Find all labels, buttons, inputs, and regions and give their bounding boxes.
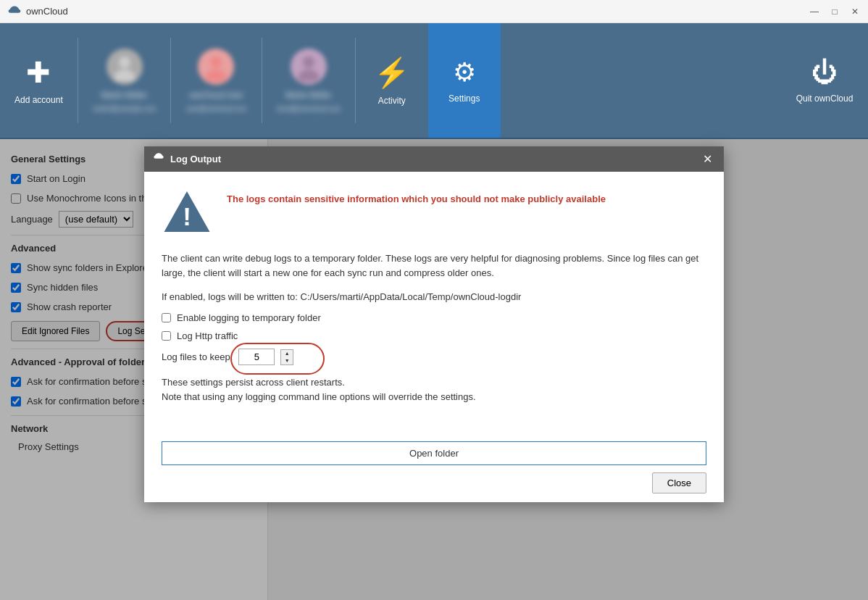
minimize-button[interactable]: — — [809, 6, 820, 17]
settings-label: Settings — [448, 93, 480, 104]
svg-point-5 — [299, 70, 319, 81]
path-prefix-label: If enabled, logs will be written to: — [162, 291, 301, 302]
svg-point-2 — [210, 57, 222, 68]
account-1-name: Martin Müller — [101, 91, 148, 99]
svg-point-1 — [114, 70, 135, 81]
description-text: The client can write debug logs to a tem… — [162, 251, 706, 280]
quit-label: Quit ownCloud — [796, 93, 854, 104]
modal-header: Log Output ✕ — [144, 146, 724, 172]
app-title: ownCloud — [26, 6, 68, 17]
maximize-button[interactable]: □ — [829, 6, 840, 17]
warning-text: The logs contain sensitive information w… — [227, 186, 606, 204]
log-output-modal: Log Output ✕ ! The logs contain sensitiv… — [144, 146, 724, 502]
app-logo: ownCloud — [7, 4, 68, 19]
open-folder-button[interactable]: Open folder — [162, 441, 706, 465]
modal-header-icon — [153, 152, 164, 166]
activity-label: Activity — [378, 96, 406, 106]
account-1-avatar — [107, 49, 143, 85]
log-http-label: Log Http traffic — [177, 330, 238, 341]
log-path-value: C:/Users/marti/AppData/Local/Temp/ownClo… — [301, 291, 522, 302]
account-3-email: cloud@owncloud.com — [277, 105, 341, 112]
account-2-button[interactable]: ownCloud User user@owncloud.com — [171, 23, 261, 138]
account-3-button[interactable]: Martin Müller cloud@owncloud.com — [262, 23, 355, 138]
modal-footer: Open folder Close — [144, 433, 724, 502]
svg-point-0 — [119, 57, 130, 68]
log-files-down-button[interactable]: ▼ — [281, 357, 293, 364]
modal-title: Log Output — [170, 154, 694, 164]
svg-text:!: ! — [183, 202, 191, 230]
log-files-spinner: ▲ ▼ — [280, 349, 293, 365]
warning-section: ! The logs contain sensitive information… — [162, 186, 706, 237]
add-account-icon: ✚ — [26, 56, 51, 89]
title-bar: ownCloud — □ ✕ — [0, 0, 868, 23]
close-button[interactable]: Close — [652, 472, 706, 493]
account-2-email: user@owncloud.com — [185, 105, 246, 112]
account-2-avatar — [198, 49, 234, 85]
settings-button[interactable]: ⚙ Settings — [428, 23, 501, 138]
enable-logging-row: Enable logging to temporary folder — [162, 312, 706, 323]
account-1-email: martin@example.com — [93, 105, 157, 112]
modal-close-button[interactable]: ✕ — [700, 152, 715, 166]
add-account-button[interactable]: ✚ Add account — [0, 23, 78, 138]
warning-triangle-icon: ! — [162, 186, 212, 237]
settings-icon: ⚙ — [453, 57, 476, 88]
main-content: General Settings Start on Login Use Mono… — [0, 139, 868, 600]
quit-button[interactable]: ⏻ Quit ownCloud — [781, 23, 868, 138]
log-files-input[interactable]: 5 — [238, 349, 275, 365]
add-account-label: Add account — [14, 95, 63, 105]
log-files-label: Log files to keep: — [162, 351, 233, 362]
svg-point-3 — [206, 70, 226, 81]
account-3-name: Martin Müller — [285, 91, 332, 99]
owncloud-logo-icon — [7, 4, 22, 19]
log-files-up-button[interactable]: ▲ — [281, 350, 293, 357]
enable-logging-checkbox[interactable] — [162, 313, 171, 322]
window-controls: — □ ✕ — [809, 6, 861, 17]
log-http-checkbox[interactable] — [162, 331, 171, 341]
persist-text: These settings persist across client res… — [162, 375, 706, 404]
enable-logging-label: Enable logging to temporary folder — [177, 312, 321, 323]
toolbar-spacer — [501, 23, 781, 138]
window-close-button[interactable]: ✕ — [849, 6, 861, 17]
activity-button[interactable]: ⚡ Activity — [356, 23, 428, 138]
modal-body: ! The logs contain sensitive information… — [144, 172, 724, 433]
svg-point-4 — [303, 57, 314, 68]
account-2-name: ownCloud User — [189, 91, 243, 99]
close-btn-row: Close — [162, 472, 706, 493]
activity-icon: ⚡ — [374, 56, 410, 90]
modal-overlay: Log Output ✕ ! The logs contain sensitiv… — [0, 139, 868, 600]
toolbar: ✚ Add account Martin Müller martin@examp… — [0, 23, 868, 139]
quit-icon: ⏻ — [811, 57, 838, 88]
account-1-button[interactable]: Martin Müller martin@example.com — [78, 23, 171, 138]
account-3-avatar — [291, 49, 327, 85]
log-files-row: Log files to keep: 5 ▲ ▼ — [162, 349, 706, 365]
log-http-row: Log Http traffic — [162, 330, 706, 341]
log-path-row: If enabled, logs will be written to: C:/… — [162, 291, 706, 302]
